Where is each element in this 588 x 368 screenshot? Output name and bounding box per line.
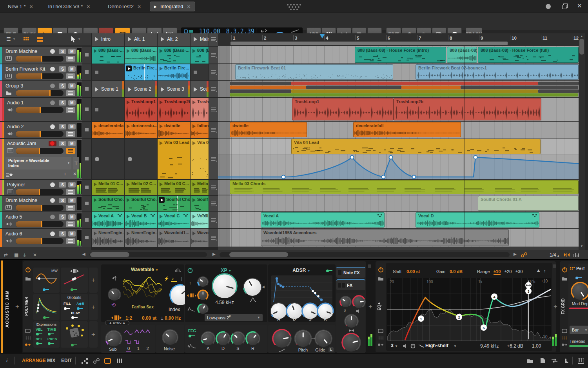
eq-band-type-select[interactable]: High-shelf	[425, 343, 448, 348]
automation-param-selector[interactable]: Polymer » WavetableIndex▾	[5, 157, 71, 169]
filter-power-icon[interactable]	[187, 268, 193, 273]
scene-play-icon[interactable]	[161, 87, 164, 92]
solo-button[interactable]: S	[59, 231, 66, 237]
arranger-clip-deceleratefall[interactable]: deceleratefall	[353, 122, 461, 137]
track-menu-button[interactable]	[66, 238, 75, 244]
track-name[interactable]: Drum Machine	[5, 198, 37, 203]
clip-cell-wavo[interactable]: Wavo	[191, 229, 209, 247]
track-header-audio-2[interactable]: Audio 2SM	[0, 122, 82, 138]
pointer-tool-caret[interactable]: ▾	[78, 37, 80, 41]
clip-cell-soulfulcho[interactable]: Soulful Cho...	[92, 195, 124, 211]
row-stack-button[interactable]	[209, 98, 218, 121]
eq-range-30[interactable]: ±30	[515, 269, 523, 274]
track-menu-button[interactable]	[66, 189, 75, 195]
volume-fader[interactable]	[16, 221, 64, 227]
group-scene-cell[interactable]: Scene 3	[158, 81, 190, 97]
clip-cell-neverengin[interactable]: NeverEngin...	[125, 229, 157, 247]
clip-cell-vocal[interactable]: Vocal	[191, 212, 209, 228]
clip-cell[interactable]	[125, 138, 157, 179]
project-tab-inthedarkv3[interactable]: InTheDark V3 *✕	[44, 2, 94, 11]
eq-band-freq[interactable]: 9.49 kHz	[480, 343, 499, 349]
sub-octave-2[interactable]: -2	[145, 346, 149, 351]
loop-link-icon[interactable]	[521, 252, 528, 258]
mod-random-tile[interactable]	[61, 321, 88, 348]
row-stack-button[interactable]	[209, 212, 218, 228]
tab-close-icon[interactable]: ✕	[29, 4, 33, 9]
add-device-button[interactable]: +	[552, 302, 559, 312]
io-routing-icon[interactable]	[551, 359, 558, 363]
volume-fader[interactable]	[16, 131, 64, 137]
clip-cell-trashloop1[interactable]: TrashLoop1	[125, 98, 157, 121]
note-fx-button[interactable]: Note FX	[336, 267, 365, 278]
eq-band-listen-icon[interactable]	[403, 344, 408, 348]
note-io-icon[interactable]	[93, 358, 100, 364]
automation-overview-icon[interactable]	[6, 173, 15, 177]
project-tab-new1[interactable]: New 1 *✕	[4, 2, 37, 11]
touch-mode-icon[interactable]	[563, 358, 568, 364]
polymer-device-label[interactable]: POLYMER	[24, 289, 31, 324]
track-header-drum-machine[interactable]: Drum MachineSM	[0, 195, 82, 211]
track-stop-button[interactable]	[85, 186, 89, 189]
track-stop-button[interactable]	[85, 107, 89, 111]
sub-knob[interactable]	[106, 331, 122, 346]
arm-record-button[interactable]	[50, 67, 55, 71]
clip-cell-mella01c[interactable]: Mella 01 C...	[92, 180, 124, 195]
row-stack-button[interactable]	[209, 138, 218, 179]
arranger-clip-mella03chords[interactable]: Mella 03 Chords	[230, 180, 579, 194]
lanes-view-icon[interactable]	[37, 37, 43, 42]
device-panel-toggle[interactable]	[104, 358, 111, 364]
add-track-device-button[interactable]: +	[13, 302, 21, 312]
group-scene-cell[interactable]: Scene 2	[125, 81, 157, 97]
arranger-vscrollbar[interactable]: ▲▼	[579, 33, 585, 250]
track-menu-button[interactable]	[66, 73, 75, 79]
solo-button[interactable]: S	[59, 66, 66, 72]
volume-fader[interactable]	[16, 90, 64, 96]
arm-record-button[interactable]	[50, 124, 55, 129]
clip-cell[interactable]	[92, 98, 124, 121]
mixer-panel-toggle[interactable]	[117, 358, 122, 364]
arm-record-button[interactable]	[50, 198, 55, 203]
row-stack-button[interactable]	[209, 195, 218, 211]
row-stack-button[interactable]	[209, 229, 218, 247]
arranger-clip-808bass08houseforcefull[interactable]: 808 (Bass-08) - House Force (full)	[478, 47, 579, 63]
clip-cell-dorianredu[interactable]: dorianredu...	[125, 122, 157, 138]
glide-knob[interactable]	[315, 330, 332, 347]
eq-graph[interactable]: 12543 20 100 1k 10k +10 -10	[387, 278, 551, 341]
solo-button[interactable]: S	[59, 198, 66, 203]
track-header-audio-5[interactable]: Audio 5SM	[0, 212, 82, 228]
track-header-polymer[interactable]: PolymerSM	[0, 180, 82, 195]
clip-cell[interactable]	[92, 64, 124, 80]
env-graph[interactable]	[271, 275, 332, 305]
solo-button[interactable]: S	[59, 49, 66, 54]
spread-knob[interactable]	[345, 315, 358, 328]
volume-fader[interactable]	[16, 189, 64, 195]
launcher-scroll-left[interactable]: ◀	[82, 252, 85, 256]
fxgrid-mod-out-icon[interactable]	[561, 343, 568, 346]
volume-fader[interactable]	[16, 73, 64, 79]
track-name[interactable]: Berlin Firework Kit	[5, 66, 45, 72]
pitch-knob[interactable]	[295, 330, 311, 347]
mod-expressions-tile[interactable]: Expressions VEL TIMB REL PRES	[33, 321, 60, 348]
track-menu-button[interactable]	[66, 90, 75, 96]
mute-button[interactable]: M	[68, 100, 76, 106]
arranger-clip-dwindle[interactable]: dwindle	[230, 122, 307, 137]
osc-detune-value[interactable]: 0.00 Hz	[165, 315, 181, 321]
volume-fader[interactable]	[16, 56, 64, 62]
clip-cell-fallon[interactable]: fallon	[191, 122, 209, 138]
arranger-clip-soulfulchords01a[interactable]: Soulful Chords 01 A	[478, 196, 579, 211]
track-menu-button[interactable]	[66, 148, 75, 154]
scene-play-icon[interactable]	[128, 87, 131, 92]
arranger-clip-berlinfireworkbeat02bounce1[interactable]: Berlin Firework Beat 02-bounce-1	[416, 64, 579, 80]
clip-cell-vocala[interactable]: Vocal A	[92, 212, 124, 228]
feg-release-knob[interactable]	[246, 332, 260, 345]
sub-octave-1[interactable]: -1	[136, 346, 140, 351]
arm-record-button[interactable]	[50, 49, 55, 54]
sub-octave-0[interactable]: 0	[126, 346, 131, 352]
close-panel-icon[interactable]: ✕	[33, 252, 37, 258]
scene-header-alt2[interactable]: Alt. 2	[158, 33, 190, 46]
track-header-acoustic-jam[interactable]: Acoustic JamSMPolymer » WavetableIndex▾⊤…	[0, 138, 82, 179]
scene-header-alt1[interactable]: Alt. 1	[125, 33, 157, 46]
close-window-icon[interactable]: ✕	[577, 2, 582, 9]
snap-icon[interactable]	[564, 252, 570, 257]
solo-button[interactable]: S	[59, 141, 66, 146]
